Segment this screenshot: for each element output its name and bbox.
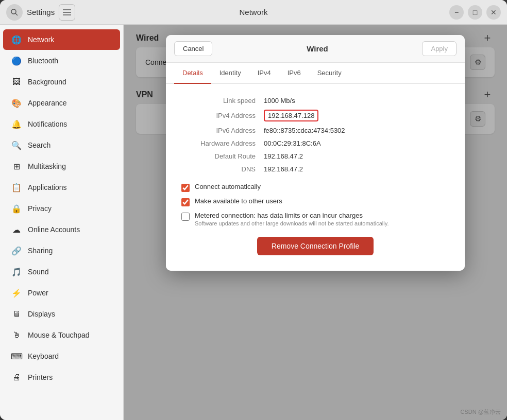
menu-icon[interactable] [59, 4, 75, 21]
metered-label-group: Metered connection: has data limits or c… [195, 212, 388, 226]
auto-connect-row: Connect automatically [181, 183, 449, 192]
sidebar-item-appearance[interactable]: 🎨 Appearance [3, 93, 120, 113]
checkboxes-section: Connect automatically Make available to … [181, 183, 449, 226]
sidebar-label-multitasking: Multitasking [28, 162, 66, 170]
tab-identity[interactable]: Identity [211, 63, 249, 84]
sidebar-label-keyboard: Keyboard [28, 352, 59, 360]
main-window: Settings Network − □ ✕ 🌐 Network [0, 0, 507, 420]
background-icon: 🖼 [11, 77, 22, 87]
displays-icon: 🖥 [11, 309, 22, 319]
sidebar-item-keyboard[interactable]: ⌨ Keyboard [3, 346, 120, 366]
link-speed-label: Link speed [181, 97, 264, 104]
sidebar-item-network[interactable]: 🌐 Network [3, 29, 120, 50]
sidebar-item-multitasking[interactable]: ⊞ Multitasking [3, 156, 120, 177]
tab-ipv4[interactable]: IPv4 [249, 63, 279, 84]
wired-dialog: Cancel Wired Apply Details Identity IPv4… [166, 35, 465, 271]
sidebar-item-displays[interactable]: 🖥 Displays [3, 304, 120, 324]
sidebar-label-background: Background [28, 78, 66, 86]
tab-security[interactable]: Security [309, 63, 350, 84]
ipv6-row: IPv6 Address fe80::8735:cdca:4734:5302 [181, 124, 449, 137]
multitasking-icon: ⊞ [11, 161, 22, 171]
sidebar-item-applications[interactable]: 📋 Applications [3, 177, 120, 198]
maximize-button[interactable]: □ [468, 5, 482, 20]
link-speed-row: Link speed 1000 Mb/s [181, 94, 449, 107]
network-icon: 🌐 [11, 34, 22, 45]
sidebar-item-background[interactable]: 🖼 Background [3, 72, 120, 92]
sidebar-label-mouse-touchpad: Mouse & Touchpad [28, 331, 90, 339]
ipv4-row: IPv4 Address 192.168.47.128 [181, 107, 449, 124]
link-speed-value: 1000 Mb/s [264, 97, 295, 104]
window-title: Network [239, 8, 267, 16]
appearance-icon: 🎨 [11, 98, 22, 108]
sidebar: 🌐 Network 🔵 Bluetooth 🖼 Background 🎨 App… [0, 25, 124, 420]
content-area: 🌐 Network 🔵 Bluetooth 🖼 Background 🎨 App… [0, 25, 507, 420]
svg-point-0 [11, 9, 16, 14]
sidebar-item-printers[interactable]: 🖨 Printers [3, 367, 120, 388]
sidebar-label-appearance: Appearance [28, 99, 67, 107]
search-sidebar-icon: 🔍 [11, 140, 22, 150]
metered-row: Metered connection: has data limits or c… [181, 212, 449, 226]
sidebar-item-bluetooth[interactable]: 🔵 Bluetooth [3, 50, 120, 71]
titlebar-left: Settings [6, 4, 130, 21]
default-route-row: Default Route 192.168.47.2 [181, 150, 449, 163]
online-accounts-icon: ☁ [11, 224, 22, 235]
hardware-row: Hardware Address 00:0C:29:31:8C:6A [181, 137, 449, 150]
window-controls: − □ ✕ [449, 5, 501, 20]
applications-icon: 📋 [11, 182, 22, 192]
sharing-icon: 🔗 [11, 246, 22, 256]
bluetooth-icon: 🔵 [11, 56, 22, 66]
sidebar-item-privacy[interactable]: 🔒 Privacy [3, 198, 120, 219]
sidebar-label-network: Network [28, 36, 54, 44]
printers-icon: 🖨 [11, 372, 22, 382]
sidebar-label-online-accounts: Online Accounts [28, 225, 80, 234]
ipv6-value: fe80::8735:cdca:4734:5302 [264, 127, 345, 134]
power-icon: ⚡ [11, 288, 22, 298]
auto-connect-label[interactable]: Connect automatically [195, 183, 261, 190]
dialog-header: Cancel Wired Apply [166, 35, 465, 63]
sidebar-item-sound[interactable]: 🎵 Sound [3, 261, 120, 282]
sidebar-item-mouse-touchpad[interactable]: 🖱 Mouse & Touchpad [3, 325, 120, 345]
dns-label: DNS [181, 165, 264, 173]
dns-row: DNS 192.168.47.2 [181, 163, 449, 176]
dialog-overlay: Cancel Wired Apply Details Identity IPv4… [124, 25, 507, 420]
metered-label: Metered connection: has data limits or c… [195, 212, 388, 219]
tab-details[interactable]: Details [174, 63, 211, 84]
keyboard-icon: ⌨ [11, 351, 22, 361]
minimize-button[interactable]: − [449, 5, 464, 20]
sidebar-item-online-accounts[interactable]: ☁ Online Accounts [3, 219, 120, 240]
dialog-tabs: Details Identity IPv4 IPv6 Security [166, 63, 465, 84]
available-others-label[interactable]: Make available to other users [195, 197, 282, 205]
mouse-icon: 🖱 [11, 330, 22, 340]
sidebar-item-notifications[interactable]: 🔔 Notifications [3, 114, 120, 134]
dialog-cancel-button[interactable]: Cancel [174, 41, 212, 56]
sidebar-label-notifications: Notifications [28, 120, 67, 128]
sound-icon: 🎵 [11, 267, 22, 277]
close-button[interactable]: ✕ [486, 5, 501, 20]
svg-line-1 [15, 13, 18, 15]
dialog-apply-button[interactable]: Apply [422, 41, 457, 56]
ipv4-label: IPv4 Address [181, 112, 264, 119]
auto-connect-checkbox[interactable] [181, 184, 190, 192]
titlebar: Settings Network − □ ✕ [0, 0, 507, 25]
sidebar-label-power: Power [28, 289, 48, 297]
remove-connection-button[interactable]: Remove Connection Profile [257, 237, 374, 255]
sidebar-item-search[interactable]: 🔍 Search [3, 135, 120, 155]
default-route-label: Default Route [181, 152, 264, 160]
search-icon[interactable] [6, 4, 23, 21]
ipv6-label: IPv6 Address [181, 127, 264, 134]
sidebar-item-power[interactable]: ⚡ Power [3, 283, 120, 303]
metered-checkbox[interactable] [181, 213, 190, 221]
privacy-icon: 🔒 [11, 203, 22, 214]
notifications-icon: 🔔 [11, 119, 22, 129]
dialog-title: Wired [212, 44, 422, 53]
sidebar-label-sharing: Sharing [28, 247, 53, 255]
sidebar-label-search: Search [28, 141, 50, 149]
sidebar-label-displays: Displays [28, 310, 55, 318]
sidebar-label-bluetooth: Bluetooth [28, 57, 58, 65]
tab-ipv6[interactable]: IPv6 [279, 63, 309, 84]
dns-value: 192.168.47.2 [264, 165, 303, 173]
dialog-body: Link speed 1000 Mb/s IPv4 Address 192.16… [166, 84, 465, 271]
available-others-checkbox[interactable] [181, 198, 190, 206]
sidebar-label-applications: Applications [28, 183, 67, 191]
sidebar-item-sharing[interactable]: 🔗 Sharing [3, 240, 120, 261]
